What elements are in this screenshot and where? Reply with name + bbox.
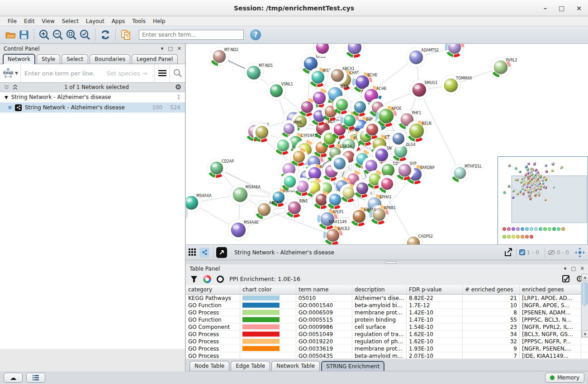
network-node[interactable] — [508, 164, 512, 167]
menu-apps[interactable]: Apps — [109, 17, 128, 25]
network-node[interactable]: MT-ND1 — [244, 63, 273, 83]
expand-all-icon[interactable] — [12, 84, 18, 90]
panel-close-icon[interactable]: ✕ — [177, 46, 181, 52]
string-options-button[interactable] — [154, 64, 170, 82]
panel-float-icon[interactable]: □ — [168, 46, 172, 52]
network-node[interactable]: APOE — [376, 106, 401, 126]
network-node[interactable] — [331, 155, 349, 173]
cloud-tasks-button[interactable]: ☁ — [4, 373, 23, 383]
network-node[interactable] — [545, 170, 548, 173]
network-node[interactable] — [518, 170, 522, 173]
table-row[interactable]: GO ProcessGO:0019220regulation of ph...1… — [186, 338, 588, 345]
network-node[interactable] — [378, 175, 396, 193]
network-node[interactable] — [539, 187, 542, 191]
network-node[interactable]: MS4A4E — [228, 220, 258, 240]
pan-navigate-icon[interactable] — [574, 247, 585, 258]
birdseye-overview[interactable] — [498, 156, 588, 245]
network-node[interactable] — [537, 193, 541, 197]
network-node[interactable] — [528, 194, 531, 197]
column-header-category[interactable]: category — [186, 285, 240, 294]
network-node[interactable] — [534, 193, 537, 197]
menu-layout[interactable]: Layout — [83, 17, 108, 25]
table-row[interactable]: GO FunctionGO:0001540beta-amyloid bi...1… — [186, 302, 588, 309]
tab-network[interactable]: Network — [3, 54, 35, 64]
panel-menu-icon[interactable]: ▾ — [161, 46, 164, 52]
column-header-chart-color[interactable]: chart color — [240, 285, 296, 294]
network-node[interactable] — [516, 178, 519, 181]
zoom-fit-button[interactable] — [65, 28, 78, 42]
close-button[interactable]: × — [576, 5, 582, 12]
network-node[interactable]: MS4A4A — [186, 193, 212, 213]
save-session-button[interactable] — [17, 28, 31, 42]
network-node[interactable]: SMUG1 — [409, 80, 437, 100]
tab-edge-table[interactable]: Edge Table — [231, 361, 270, 371]
panel-close-icon[interactable]: ✕ — [580, 266, 584, 272]
menu-tools[interactable]: Tools — [129, 17, 149, 25]
network-node[interactable] — [503, 191, 506, 194]
network-node[interactable] — [516, 192, 520, 196]
minimize-button[interactable]: – — [544, 5, 547, 12]
expander-icon[interactable]: ▼ — [5, 95, 8, 100]
panel-menu-icon[interactable]: ▾ — [564, 266, 567, 272]
open-file-button[interactable] — [4, 28, 17, 42]
network-node[interactable] — [333, 96, 351, 114]
gear-icon[interactable]: ⚙ — [175, 84, 181, 91]
table-row[interactable]: GO ComponentGO:0009986cell surface1.54E-… — [186, 323, 588, 331]
table-row[interactable]: GO ProcessGO:0051049regulation of tra...… — [186, 331, 588, 338]
network-node[interactable] — [526, 168, 530, 171]
tab-boundaries[interactable]: Boundaries — [90, 54, 130, 64]
network-node[interactable]: MS4A6A — [230, 184, 261, 205]
scroll-down-icon[interactable]: ▼ — [582, 331, 588, 337]
birdseye-toggle-button[interactable] — [216, 247, 227, 258]
refresh-button[interactable] — [99, 28, 112, 42]
network-node[interactable] — [544, 198, 547, 202]
help-button[interactable]: ? — [250, 29, 261, 40]
table-row[interactable]: GO FunctionGO:0005515protein binding1.47… — [186, 316, 588, 323]
network-node[interactable] — [544, 164, 548, 167]
string-search-button[interactable] — [170, 64, 185, 82]
network-node[interactable] — [520, 180, 523, 183]
string-search-provider[interactable]: STRING ▼ — [0, 64, 21, 82]
table-row[interactable]: KEGG Pathways05010Alzheimer's dise...8.8… — [186, 295, 588, 302]
scroll-up-icon[interactable]: ▲ — [582, 274, 588, 281]
network-node[interactable] — [281, 173, 299, 191]
network-node[interactable]: VSNL1 — [267, 81, 293, 100]
horizontal-splitter[interactable] — [186, 260, 588, 264]
column-header-term-name[interactable]: term name — [296, 285, 352, 294]
column-header-enriched-genes[interactable]: enriched genes — [520, 285, 581, 294]
network-node[interactable] — [536, 177, 540, 180]
menu-edit[interactable]: Edit — [21, 17, 38, 25]
network-node[interactable]: MTHFD1L — [451, 164, 482, 182]
birdseye-canvas[interactable] — [498, 157, 588, 244]
network-node[interactable]: RELN — [406, 121, 432, 141]
maximize-button[interactable]: □ — [559, 5, 564, 12]
network-node[interactable] — [522, 192, 526, 195]
menu-select[interactable]: Select — [59, 17, 82, 25]
network-view[interactable]: MT-ND2MT-ND1VSNL1GAB2ADAMTS2PVRL2TOMM40S… — [186, 44, 588, 245]
network-node[interactable] — [290, 148, 308, 166]
network-node[interactable] — [507, 184, 511, 188]
filter-icon[interactable] — [190, 276, 198, 283]
network-node[interactable] — [539, 174, 543, 178]
tab-style[interactable]: Style — [37, 54, 60, 64]
network-node[interactable]: ADAMTS2 — [406, 47, 439, 67]
network-node[interactable] — [533, 162, 536, 165]
network-node[interactable]: IRS1 — [308, 68, 331, 87]
panel-splitter-handle[interactable] — [186, 206, 187, 218]
network-node[interactable] — [389, 130, 408, 148]
tab-network-table[interactable]: Network Table — [271, 361, 320, 371]
network-node[interactable] — [542, 185, 546, 188]
panel-float-icon[interactable]: □ — [571, 266, 575, 272]
network-node[interactable] — [351, 98, 369, 116]
network-node[interactable] — [298, 98, 316, 116]
network-node[interactable] — [552, 185, 555, 188]
tab-legend-panel[interactable]: Legend Panel — [132, 54, 178, 64]
network-node[interactable] — [527, 162, 531, 166]
network-node[interactable] — [523, 183, 526, 186]
network-node[interactable] — [252, 123, 271, 142]
table-row[interactable]: GO ProcessGO:0033619membrane prot...1.93… — [186, 345, 588, 352]
network-node[interactable] — [345, 44, 365, 57]
network-node[interactable] — [511, 196, 515, 200]
menu-file[interactable]: File — [5, 17, 20, 25]
enrichment-table[interactable]: categorychart colorterm namedescriptionF… — [186, 285, 588, 358]
